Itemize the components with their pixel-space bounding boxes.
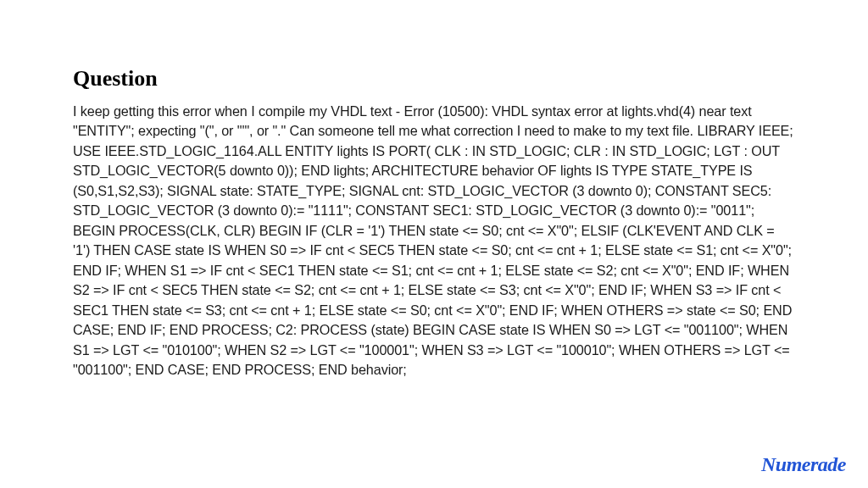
question-heading: Question: [73, 66, 795, 92]
question-body-text: I keep getting this error when I compile…: [73, 102, 795, 380]
numerade-logo: Numerade: [761, 453, 846, 476]
